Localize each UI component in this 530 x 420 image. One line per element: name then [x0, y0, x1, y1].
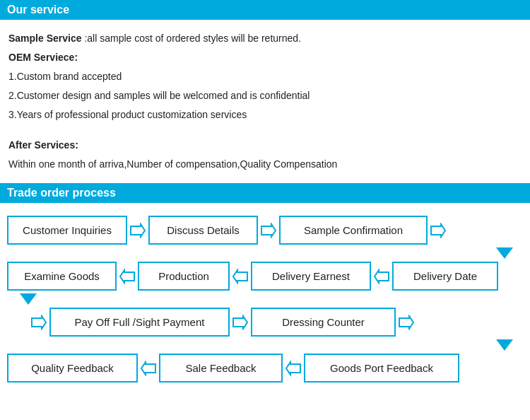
flow-row-3: Pay Off Full /Sight Payment Dressing Cou… [28, 308, 523, 337]
arrow-left-2 [230, 269, 251, 284]
svg-marker-9 [141, 362, 155, 375]
svg-marker-10 [286, 362, 300, 375]
flow-row-2: Examine Goods Production Delivery Earnes… [7, 262, 523, 291]
arrow-right-5 [230, 315, 251, 330]
sample-service-label: Sample Service [8, 33, 82, 44]
arrow-right-1 [127, 223, 148, 238]
examine-goods-box: Examine Goods [7, 262, 117, 291]
discuss-details-box: Discuss Details [148, 216, 258, 245]
svg-marker-5 [375, 270, 389, 283]
dressing-counter-box: Dressing Counter [251, 308, 396, 337]
sample-confirmation-box: Sample Confirmation [279, 216, 428, 245]
svg-marker-0 [131, 224, 145, 237]
svg-marker-4 [233, 270, 247, 283]
arrow-left-4 [138, 361, 159, 376]
arrow-right-3 [428, 223, 449, 238]
customer-inquiries-box: Customer Inquiries [7, 216, 127, 245]
production-box: Production [138, 262, 230, 291]
quality-feedback-box: Quality Feedback [7, 354, 138, 383]
svg-marker-8 [399, 316, 413, 329]
arrow-left-1 [117, 269, 138, 284]
after-services-text: Within one month of arriva,Number of com… [8, 157, 522, 172]
arrow-left-3 [371, 269, 392, 284]
sale-feedback-box: Sale Feedback [159, 354, 283, 383]
svg-marker-6 [32, 316, 46, 329]
service-header: Our service [0, 0, 530, 20]
arrow-right-6 [396, 315, 417, 330]
arrow-right-2 [258, 223, 279, 238]
flow-diagram: Customer Inquiries Discuss Details Sampl… [7, 216, 523, 383]
svg-marker-3 [120, 270, 134, 283]
oem-item-1: 1.Custom brand accepted [8, 69, 522, 84]
svg-marker-7 [233, 316, 247, 329]
arrow-down-2 [7, 293, 523, 305]
sample-service-line: Sample Service :all sample cost of order… [8, 31, 522, 46]
arrow-down-1 [7, 247, 523, 259]
after-services-label: After Services: [8, 138, 522, 153]
delivery-earnest-box: Delivery Earnest [251, 262, 371, 291]
pay-off-box: Pay Off Full /Sight Payment [49, 308, 230, 337]
oem-item-2: 2.Customer design and samples will be we… [8, 88, 522, 103]
process-section: Trade order process Customer Inquiries D… [0, 183, 530, 390]
service-section: Our service Sample Service :all sample c… [0, 0, 530, 183]
arrow-right-4 [28, 315, 49, 330]
sample-service-text: :all sample cost of ordered styles will … [82, 33, 301, 44]
goods-port-feedback-box: Goods Port Feedback [304, 354, 459, 383]
svg-marker-2 [431, 224, 445, 237]
svg-marker-1 [261, 224, 276, 237]
flow-row-4: Quality Feedback Sale Feedback Goods Por… [7, 354, 523, 383]
arrow-left-5 [283, 361, 304, 376]
arrow-down-3 [7, 339, 523, 351]
oem-item-3: 3.Years of professional product customiz… [8, 107, 522, 122]
delivery-date-box: Delivery Date [392, 262, 498, 291]
flow-row-1: Customer Inquiries Discuss Details Sampl… [7, 216, 523, 245]
process-header: Trade order process [0, 183, 530, 203]
oem-label: OEM Serviece: [8, 50, 522, 65]
